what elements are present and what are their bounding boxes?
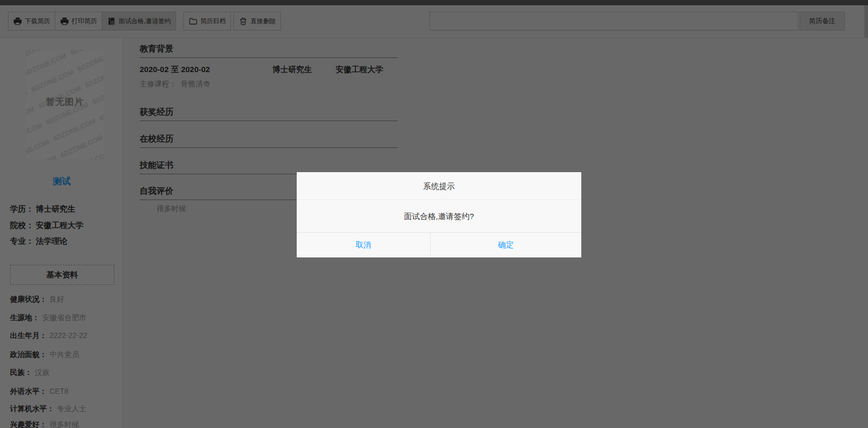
confirm-button[interactable]: 确定 <box>431 233 581 257</box>
dialog-title: 系统提示 <box>297 172 581 200</box>
resume-detail-page: 下载简历 打印简历 面试合格,邀请签约 简历归档 <box>0 0 868 428</box>
system-dialog: 系统提示 面试合格,邀请签约? 取消 确定 <box>297 172 581 257</box>
dialog-message: 面试合格,邀请签约? <box>297 200 581 233</box>
dialog-footer: 取消 确定 <box>297 233 581 257</box>
cancel-button[interactable]: 取消 <box>297 233 430 257</box>
